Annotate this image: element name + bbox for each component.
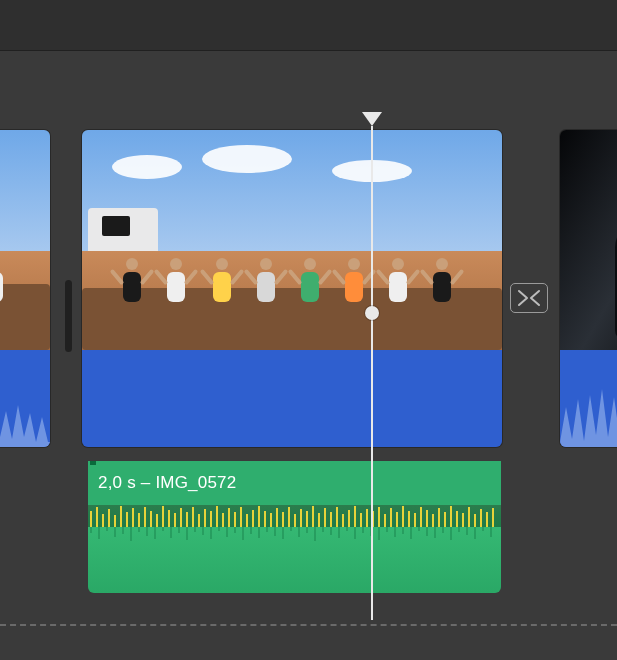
svg-rect-94 [298, 527, 300, 537]
svg-rect-92 [282, 527, 284, 539]
svg-rect-74 [138, 527, 140, 532]
svg-rect-43 [348, 510, 350, 527]
svg-rect-24 [234, 512, 236, 527]
svg-rect-59 [444, 512, 446, 527]
svg-rect-99 [338, 527, 340, 538]
svg-rect-79 [178, 527, 180, 533]
video-clip-previous[interactable] [0, 130, 50, 447]
svg-rect-88 [250, 527, 252, 534]
svg-rect-54 [414, 513, 416, 527]
svg-rect-82 [202, 527, 204, 535]
svg-rect-86 [234, 527, 236, 533]
svg-rect-118 [490, 527, 492, 537]
waveform-icon [560, 377, 617, 447]
svg-rect-80 [186, 527, 188, 540]
svg-rect-63 [468, 507, 470, 527]
svg-rect-81 [194, 527, 196, 532]
svg-rect-29 [264, 511, 266, 527]
svg-rect-45 [360, 513, 362, 527]
playhead-handle-icon[interactable] [365, 306, 379, 320]
clip-audio-band [560, 350, 617, 447]
svg-rect-27 [252, 510, 254, 527]
svg-rect-61 [456, 511, 458, 527]
vertical-scroll-handle[interactable] [65, 280, 72, 352]
svg-rect-26 [246, 514, 248, 527]
svg-rect-106 [394, 527, 396, 537]
svg-rect-112 [442, 527, 444, 533]
svg-rect-13 [168, 510, 170, 527]
svg-rect-50 [390, 508, 392, 527]
video-clip-main[interactable] [82, 130, 502, 447]
svg-rect-111 [434, 527, 436, 538]
svg-rect-116 [474, 527, 476, 539]
transition-button[interactable] [510, 283, 548, 313]
clip-thumbnail [0, 130, 50, 350]
svg-rect-102 [362, 527, 364, 533]
svg-rect-36 [306, 511, 308, 527]
svg-rect-113 [450, 527, 452, 540]
audio-clip-header: 2,0 s – IMG_0572 [88, 461, 501, 505]
audio-clip-duration: 2,0 s [98, 473, 136, 492]
waveform-icon [88, 527, 501, 593]
svg-rect-69 [98, 527, 100, 539]
svg-rect-97 [322, 527, 324, 532]
timeline[interactable]: 2,0 s – IMG_0572 [0, 100, 617, 640]
svg-rect-67 [492, 508, 494, 527]
svg-rect-46 [366, 509, 368, 527]
svg-rect-104 [378, 527, 380, 540]
video-clip-next[interactable] [560, 130, 617, 447]
svg-rect-110 [426, 527, 428, 536]
svg-rect-70 [106, 527, 108, 531]
svg-rect-75 [146, 527, 148, 536]
audio-waveform-lower [88, 527, 501, 593]
svg-rect-105 [386, 527, 388, 532]
svg-rect-6 [126, 512, 128, 527]
svg-rect-78 [170, 527, 172, 538]
svg-rect-33 [288, 507, 290, 527]
svg-rect-85 [226, 527, 228, 537]
svg-rect-91 [274, 527, 276, 536]
svg-rect-98 [330, 527, 332, 535]
svg-rect-65 [480, 509, 482, 527]
svg-rect-108 [410, 527, 412, 539]
svg-rect-96 [314, 527, 316, 541]
svg-rect-95 [306, 527, 308, 533]
svg-rect-56 [426, 510, 428, 527]
svg-rect-39 [324, 508, 326, 527]
svg-rect-7 [132, 508, 134, 527]
svg-rect-32 [282, 512, 284, 527]
svg-rect-115 [466, 527, 468, 535]
clip-thumbnail [560, 130, 617, 350]
svg-rect-38 [318, 513, 320, 527]
audio-clip[interactable]: 2,0 s – IMG_0572 [88, 461, 501, 593]
svg-rect-2 [102, 514, 104, 527]
svg-rect-0 [90, 511, 92, 527]
clip-audio-band [0, 350, 50, 447]
svg-rect-109 [418, 527, 420, 531]
video-editor-timeline: 2,0 s – IMG_0572 [0, 0, 617, 660]
waveform-icon [0, 387, 50, 447]
svg-rect-89 [258, 527, 260, 538]
audio-waveform-upper [88, 505, 501, 527]
svg-rect-1 [96, 507, 98, 527]
link-indicator-icon [90, 461, 96, 465]
audio-clip-label: 2,0 s – IMG_0572 [98, 473, 236, 493]
svg-rect-87 [242, 527, 244, 540]
svg-rect-83 [210, 527, 212, 539]
svg-rect-53 [408, 511, 410, 527]
svg-rect-9 [144, 507, 146, 527]
svg-rect-34 [294, 514, 296, 527]
svg-rect-4 [114, 515, 116, 527]
transition-icon [517, 289, 541, 307]
svg-rect-23 [228, 508, 230, 527]
svg-rect-58 [438, 508, 440, 527]
svg-rect-72 [122, 527, 124, 534]
svg-rect-71 [114, 527, 116, 537]
svg-rect-107 [402, 527, 404, 534]
toolbar-area [0, 0, 617, 50]
svg-rect-37 [312, 506, 314, 527]
svg-rect-31 [276, 508, 278, 527]
svg-rect-117 [482, 527, 484, 531]
svg-rect-44 [354, 506, 356, 527]
svg-rect-42 [342, 514, 344, 527]
